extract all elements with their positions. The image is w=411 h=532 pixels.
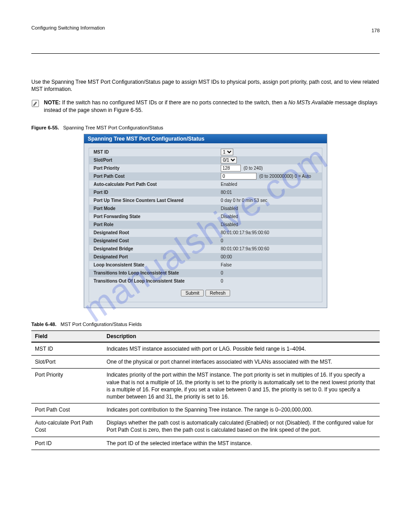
note-text: NOTE: If the switch has no configured MS…	[44, 99, 380, 114]
form-label: Port ID	[89, 189, 219, 195]
form-label: Port Path Cost	[89, 173, 219, 179]
form-row: Auto-calculate Port Path CostEnabled	[89, 180, 322, 189]
form-control: 0	[219, 238, 322, 243]
select[interactable]: 1	[221, 149, 233, 155]
form-control: Disabled	[219, 206, 322, 211]
form-control: 80:01:00:17:9a:95:00:60	[219, 246, 322, 251]
form-label: Port Role	[89, 222, 219, 227]
form-control: 00:00	[219, 254, 322, 259]
cell-field: Port Priority	[31, 369, 103, 403]
cell-field: Port Path Cost	[31, 403, 103, 416]
table-row: Port PriorityIndicates priority of the p…	[31, 369, 380, 403]
table-title: MST Port Configuration/Status Fields	[60, 322, 141, 327]
readonly-value: 80:01	[221, 190, 232, 195]
figure-number: Figure 6-55.	[31, 125, 59, 130]
table-caption: Table 6-48. MST Port Configuration/Statu…	[31, 322, 380, 327]
form-label: Slot/Port	[89, 157, 219, 163]
form-control: 0 day 0 hr 0 min 53 sec	[219, 198, 322, 203]
readonly-value: Enabled	[221, 182, 237, 187]
form-row: Designated Cost0	[89, 237, 322, 245]
table-row: Auto-calculate Port Path CostDisplays wh…	[31, 416, 380, 437]
panel-title: Spanning Tree MST Port Configuration/Sta…	[84, 134, 327, 143]
readonly-value: Disabled	[221, 214, 238, 219]
header-rule	[31, 53, 380, 54]
form-row: Designated Port00:00	[89, 253, 322, 261]
select[interactable]: 0/1	[221, 157, 237, 163]
form-rows: MST ID1Slot/Port0/1Port Priority(0 to 24…	[89, 148, 322, 285]
table-row: MST IDIndicates MST instance associated …	[31, 342, 380, 356]
cell-desc: Indicates MST instance associated with p…	[103, 342, 380, 356]
cell-desc: Indicates port contribution to the Spann…	[103, 403, 380, 416]
figure-title: Spanning Tree MST Port Configuration/Sta…	[63, 125, 163, 130]
note-icon	[31, 99, 39, 107]
form-control: (0 to 240)	[219, 165, 322, 172]
page-header: 178 Configuring Switching Information	[31, 25, 380, 54]
form-control: Disabled	[219, 214, 322, 219]
form-label: Designated Cost	[89, 238, 219, 244]
form-row: MST ID1	[89, 148, 322, 156]
cell-field: MST ID	[31, 342, 103, 356]
form-row: Port RoleDisabled	[89, 221, 322, 229]
hint-text: (0 to 240)	[244, 166, 263, 171]
readonly-value: 80:01:00:17:9a:95:00:60	[221, 246, 269, 251]
figure-panel: Spanning Tree MST Port Configuration/Sta…	[84, 134, 327, 308]
form-row: Port Forwarding StateDisabled	[89, 213, 322, 221]
col-desc: Description	[103, 330, 380, 342]
text-input[interactable]	[221, 173, 257, 180]
cell-desc: The port ID of the selected interface wi…	[103, 437, 380, 450]
form-control: Disabled	[219, 222, 322, 227]
cell-field: Auto-calculate Port Path Cost	[31, 416, 103, 437]
form-control: 0/1	[219, 157, 322, 163]
readonly-value: False	[221, 262, 231, 267]
readonly-value: Disabled	[221, 206, 238, 211]
form-label: Designated Port	[89, 254, 219, 260]
form-label: Port Priority	[89, 165, 219, 171]
form-label: Designated Bridge	[89, 246, 219, 252]
form-control: (0 to 200000000) 0 = Auto	[219, 173, 322, 180]
page-number: 178	[372, 28, 380, 33]
table-row: Port Path CostIndicates port contributio…	[31, 403, 380, 416]
readonly-value: 80:01:00:17:9a:95:00:60	[221, 230, 269, 235]
table-number: Table 6-48.	[31, 322, 56, 327]
figure-caption: Figure 6-55. Spanning Tree MST Port Conf…	[31, 125, 380, 130]
form-row: Slot/Port0/1	[89, 156, 322, 164]
cell-desc: Displays whether the path cost is automa…	[103, 416, 380, 437]
form-row: Loop Inconsistent StateFalse	[89, 261, 322, 269]
form-row: Designated Bridge80:01:00:17:9a:95:00:60	[89, 245, 322, 253]
hint-text: (0 to 200000000) 0 = Auto	[259, 174, 311, 179]
text-input[interactable]	[221, 165, 241, 172]
form-label: MST ID	[89, 149, 219, 155]
form-label: Port Forwarding State	[89, 214, 219, 219]
form-control: 0	[219, 279, 322, 283]
form-row: Port ModeDisabled	[89, 205, 322, 213]
readonly-value: 0	[221, 270, 223, 275]
form-control: 80:01	[219, 190, 322, 195]
note-label: NOTE:	[44, 99, 60, 106]
page-section: Configuring Switching Information	[31, 25, 380, 30]
form-label: Port Mode	[89, 206, 219, 211]
table-row: Port IDThe port ID of the selected inter…	[31, 437, 380, 450]
form-label: Designated Root	[89, 230, 219, 236]
form-control: 0	[219, 270, 322, 275]
readonly-value: 0 day 0 hr 0 min 53 sec	[221, 198, 267, 203]
readonly-value: 0	[221, 238, 223, 243]
form-control: 1	[219, 149, 322, 155]
form-row: Designated Root80:01:00:17:9a:95:00:60	[89, 229, 322, 237]
cell-field: Slot/Port	[31, 356, 103, 369]
form-row: Port Priority(0 to 240)	[89, 164, 322, 172]
form-label: Loop Inconsistent State	[89, 262, 219, 268]
field-table: Field Description MST IDIndicates MST in…	[31, 330, 380, 450]
form-control: False	[219, 262, 322, 267]
form-label: Auto-calculate Port Path Cost	[89, 181, 219, 187]
cell-desc: Indicates priority of the port within th…	[103, 369, 380, 403]
form-row: Transitions Into Loop Inconsistent State…	[89, 269, 322, 277]
form-control: 80:01:00:17:9a:95:00:60	[219, 230, 322, 235]
form-row: Transitions Out Of Loop Inconsistent Sta…	[89, 277, 322, 285]
table-row: Slot/PortOne of the physical or port cha…	[31, 356, 380, 369]
refresh-button[interactable]: Refresh	[206, 290, 230, 296]
form-row: Port Up Time Since Counters Last Cleared…	[89, 197, 322, 205]
readonly-value: 0	[221, 279, 223, 283]
submit-button[interactable]: Submit	[181, 290, 204, 296]
cell-desc: One of the physical or port channel inte…	[103, 356, 380, 369]
intro-text: Use the Spanning Tree MST Port Configura…	[31, 78, 380, 93]
